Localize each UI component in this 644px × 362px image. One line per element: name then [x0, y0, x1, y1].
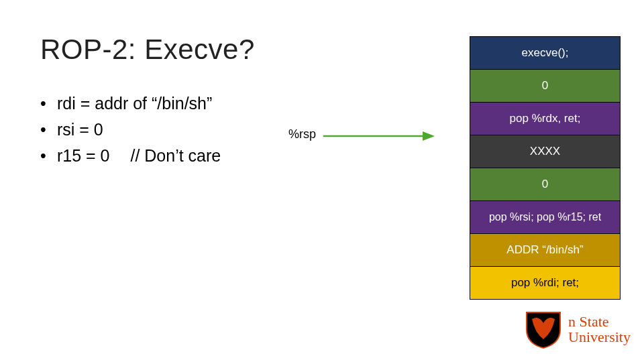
shield-icon [525, 310, 561, 349]
stack-cell: pop %rsi; pop %r15; ret [470, 200, 621, 234]
bullet-item: • r15 = 0 // Don’t care [40, 143, 221, 169]
slide-title: ROP-2: Execve? [40, 34, 255, 66]
bullet-text: rdi = addr of “/bin/sh” [57, 94, 212, 113]
svg-marker-1 [423, 131, 435, 141]
stack-cell: pop %rdx, ret; [470, 102, 621, 135]
bullet-text: r15 = 0 [57, 146, 110, 165]
bullet-marker: • [40, 143, 52, 169]
slide: ROP-2: Execve? • rdi = addr of “/bin/sh”… [0, 0, 644, 362]
stack-cell: pop %rdi; ret; [470, 266, 621, 300]
university-logo: n State University [525, 310, 631, 349]
bullet-list: • rdi = addr of “/bin/sh” • rsi = 0 • r1… [40, 90, 221, 168]
bullet-item: • rsi = 0 [40, 117, 221, 143]
stack-diagram: execve(); 0 pop %rdx, ret; XXXX 0 pop %r… [470, 37, 621, 300]
bullet-marker: • [40, 117, 52, 143]
stack-cell: ADDR “/bin/sh” [470, 233, 621, 267]
stack-cell: execve(); [470, 36, 621, 70]
bullet-marker: • [40, 90, 52, 117]
bullet-text-comment: // Don’t care [130, 146, 221, 165]
bullet-item: • rdi = addr of “/bin/sh” [40, 90, 221, 117]
logo-line-2: University [568, 329, 631, 345]
arrow-icon [322, 127, 436, 145]
stack-cell: 0 [470, 168, 621, 201]
stack-cell: 0 [470, 69, 621, 103]
bullet-text: rsi = 0 [57, 120, 103, 139]
logo-text: n State University [568, 314, 631, 345]
logo-line-1: n State [568, 314, 631, 329]
rsp-pointer-label: %rsp [288, 127, 316, 141]
stack-cell: XXXX [470, 135, 621, 168]
